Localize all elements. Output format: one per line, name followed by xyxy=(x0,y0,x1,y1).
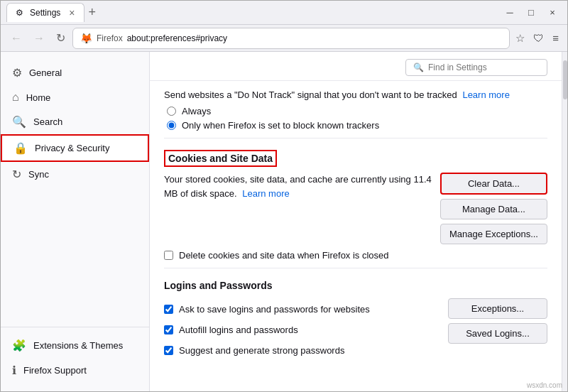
firefox-icon: 🦊 xyxy=(80,33,92,44)
bookmark-button[interactable]: ☆ xyxy=(513,29,528,48)
cookies-buttons: Clear Data... Manage Data... Manage Exce… xyxy=(440,173,547,244)
shield-button[interactable]: 🛡 xyxy=(530,29,547,47)
suggest-passwords-checkbox[interactable] xyxy=(164,346,173,355)
maximize-button[interactable]: □ xyxy=(522,6,540,19)
dnt-always-option[interactable]: Always xyxy=(167,106,547,116)
suggest-passwords-label: Suggest and generate strong passwords xyxy=(179,345,344,356)
find-icon: 🔍 xyxy=(413,62,424,72)
dnt-blocking-radio[interactable] xyxy=(167,121,176,130)
save-logins-label: Ask to save logins and passwords for web… xyxy=(179,304,370,315)
dnt-when-blocking-option[interactable]: Only when Firefox is set to block known … xyxy=(167,120,547,131)
settings-content: 🔍 Send websites a "Do Not Track" signal … xyxy=(150,52,562,391)
watermark: wsxdn.com xyxy=(527,381,562,389)
toolbar: ← → ↻ 🦊 Firefox about:preferences#privac… xyxy=(1,25,567,52)
logins-section: Logins and Passwords Ask to save logins … xyxy=(164,268,547,363)
refresh-button[interactable]: ↻ xyxy=(52,28,70,48)
sidebar-label-support: Firefox Support xyxy=(23,365,87,376)
autofill-row[interactable]: Autofill logins and passwords xyxy=(164,325,441,335)
sidebar-item-sync[interactable]: ↻ Sync xyxy=(1,162,149,187)
suggest-passwords-row[interactable]: Suggest and generate strong passwords xyxy=(164,345,441,356)
dnt-blocking-label: Only when Firefox is set to block known … xyxy=(182,120,379,131)
logins-row: Ask to save logins and passwords for web… xyxy=(164,298,547,356)
extensions-icon: 🧩 xyxy=(12,339,26,352)
search-nav-icon: 🔍 xyxy=(12,115,26,129)
sidebar-label-extensions: Extensions & Themes xyxy=(33,340,123,351)
cookies-section-title: Cookies and Site Data xyxy=(164,150,277,167)
sidebar-item-support[interactable]: ℹ Firefox Support xyxy=(1,358,149,383)
cookies-section: Cookies and Site Data Your stored cookie… xyxy=(164,138,547,268)
logins-title: Logins and Passwords xyxy=(164,280,547,291)
titlebar: ⚙ Settings × + ─ □ × xyxy=(1,1,567,25)
sync-icon: ↻ xyxy=(12,168,21,181)
home-icon: ⌂ xyxy=(12,91,19,104)
settings-tab[interactable]: ⚙ Settings × xyxy=(6,3,84,22)
save-logins-checkbox[interactable] xyxy=(164,305,173,314)
address-text: about:preferences#privacy xyxy=(127,33,503,43)
autofill-label: Autofill logins and passwords xyxy=(179,325,298,335)
menu-button[interactable]: ≡ xyxy=(550,29,562,47)
settings-tab-title: Settings xyxy=(30,8,60,18)
delete-on-close-checkbox[interactable] xyxy=(164,251,173,260)
close-button[interactable]: × xyxy=(543,6,562,19)
firefox-label: Firefox xyxy=(97,33,123,43)
settings-tab-icon: ⚙ xyxy=(16,8,26,18)
sidebar-label-sync: Sync xyxy=(28,169,49,180)
privacy-icon: 🔒 xyxy=(13,141,28,155)
sidebar-bottom: 🧩 Extensions & Themes ℹ Firefox Support xyxy=(1,327,149,383)
dnt-always-radio[interactable] xyxy=(167,107,176,116)
cookies-desc: Your stored cookies, site data, and cach… xyxy=(164,173,433,200)
saved-logins-button[interactable]: Saved Logins... xyxy=(448,323,547,344)
logins-buttons: Exceptions... Saved Logins... xyxy=(448,298,547,344)
toolbar-right: ☆ 🛡 ≡ xyxy=(513,29,562,48)
sidebar-label-privacy: Privacy & Security xyxy=(35,143,109,153)
new-tab-button[interactable]: + xyxy=(89,5,97,20)
scrollbar-thumb[interactable] xyxy=(563,60,567,99)
dnt-description: Send websites a "Do Not Track" signal th… xyxy=(164,89,547,100)
dnt-learn-more-link[interactable]: Learn more xyxy=(462,89,509,100)
sidebar: ⚙ General ⌂ Home 🔍 Search 🔒 Privacy & Se… xyxy=(1,52,150,391)
sidebar-item-home[interactable]: ⌂ Home xyxy=(1,85,149,109)
sidebar-item-search[interactable]: 🔍 Search xyxy=(1,109,149,134)
dnt-always-label: Always xyxy=(182,106,211,116)
sidebar-item-extensions[interactable]: 🧩 Extensions & Themes xyxy=(1,333,149,358)
main-layout: ⚙ General ⌂ Home 🔍 Search 🔒 Privacy & Se… xyxy=(1,52,567,391)
cookies-learn-more-link[interactable]: Learn more xyxy=(242,188,289,199)
sidebar-label-home: Home xyxy=(26,92,51,103)
clear-data-button[interactable]: Clear Data... xyxy=(440,173,547,195)
general-icon: ⚙ xyxy=(12,66,22,80)
logins-exceptions-button[interactable]: Exceptions... xyxy=(448,298,547,319)
forward-button[interactable]: → xyxy=(29,29,49,48)
autofill-checkbox[interactable] xyxy=(164,325,173,334)
sidebar-item-general[interactable]: ⚙ General xyxy=(1,60,149,85)
manage-exceptions-button[interactable]: Manage Exceptions... xyxy=(440,224,547,244)
dnt-section: Send websites a "Do Not Track" signal th… xyxy=(164,81,547,138)
settings-sections: Send websites a "Do Not Track" signal th… xyxy=(150,81,562,377)
logins-options: Ask to save logins and passwords for web… xyxy=(164,298,441,356)
sidebar-label-search: Search xyxy=(33,116,62,127)
sidebar-item-privacy[interactable]: 🔒 Privacy & Security xyxy=(1,134,149,162)
find-in-settings-input[interactable] xyxy=(428,62,540,72)
find-input-wrapper[interactable]: 🔍 xyxy=(405,59,547,76)
find-bar: 🔍 xyxy=(150,52,562,81)
support-icon: ℹ xyxy=(12,364,16,377)
save-logins-row[interactable]: Ask to save logins and passwords for web… xyxy=(164,304,441,315)
back-button[interactable]: ← xyxy=(6,29,26,48)
window-controls: ─ □ × xyxy=(501,6,562,19)
delete-on-close-row[interactable]: Delete cookies and site data when Firefo… xyxy=(164,250,547,261)
dnt-radio-group: Always Only when Firefox is set to block… xyxy=(164,106,547,131)
minimize-button[interactable]: ─ xyxy=(501,6,519,19)
address-bar[interactable]: 🦊 Firefox about:preferences#privacy xyxy=(72,28,510,49)
browser-window: ⚙ Settings × + ─ □ × ← → ↻ 🦊 Firefox abo… xyxy=(0,0,568,392)
cookies-row: Your stored cookies, site data, and cach… xyxy=(164,173,547,244)
manage-data-button[interactable]: Manage Data... xyxy=(440,199,547,219)
tab-close-button[interactable]: × xyxy=(69,7,75,18)
sidebar-label-general: General xyxy=(29,67,62,78)
scrollbar-track[interactable] xyxy=(562,52,567,391)
delete-on-close-label: Delete cookies and site data when Firefo… xyxy=(179,250,389,261)
